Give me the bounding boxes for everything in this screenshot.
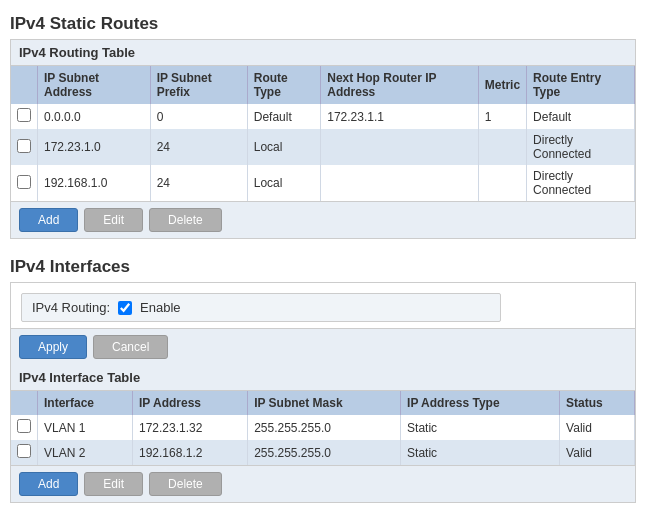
interface-table-row: VLAN 1 172.23.1.32 255.255.255.0 Static … [11,415,635,440]
row-next-hop: 172.23.1.1 [321,104,479,129]
if-col-check [11,391,38,415]
row-ip-subnet-prefix: 24 [150,129,247,165]
ipv4-static-routes-heading: IPv4 Static Routes [10,14,636,34]
row-checkbox-cell [11,165,38,201]
routing-edit-button[interactable]: Edit [84,208,143,232]
col-route-entry-type: Route Entry Type [527,66,635,104]
col-check [11,66,38,104]
interface-table-title: IPv4 Interface Table [11,365,635,391]
if-row-interface: VLAN 1 [38,415,133,440]
if-row-interface: VLAN 2 [38,440,133,465]
routing-table-btn-row: Add Edit Delete [11,201,635,238]
routing-add-button[interactable]: Add [19,208,78,232]
apply-button[interactable]: Apply [19,335,87,359]
row-route-entry-type: Default [527,104,635,129]
interface-edit-button[interactable]: Edit [84,472,143,496]
routing-table-row: 0.0.0.0 0 Default 172.23.1.1 1 Default [11,104,635,129]
apply-cancel-row: Apply Cancel [11,328,635,365]
if-row-ip-address: 172.23.1.32 [133,415,248,440]
col-next-hop: Next Hop Router IP Address [321,66,479,104]
routing-table-title: IPv4 Routing Table [11,40,635,66]
ipv4-interfaces-section: IPv4 Routing: Enable Apply Cancel IPv4 I… [10,282,636,503]
if-row-subnet-mask: 255.255.255.0 [248,440,401,465]
if-row-ip-address: 192.168.1.2 [133,440,248,465]
cancel-button[interactable]: Cancel [93,335,168,359]
if-row-subnet-mask: 255.255.255.0 [248,415,401,440]
ipv4-static-routes-title: IPv4 Static Routes [10,14,636,34]
row-next-hop [321,165,479,201]
row-ip-subnet-prefix: 24 [150,165,247,201]
row-checkbox[interactable] [17,139,31,153]
interface-table-btn-row: Add Edit Delete [11,465,635,502]
if-row-status: Valid [560,440,635,465]
col-ip-subnet-address: IP Subnet Address [38,66,151,104]
col-ip-subnet-prefix: IP Subnet Prefix [150,66,247,104]
if-row-checkbox[interactable] [17,419,31,433]
routing-label: IPv4 Routing: [32,300,110,315]
col-metric: Metric [478,66,526,104]
row-route-entry-type: Directly Connected [527,165,635,201]
row-route-type: Local [247,165,320,201]
interface-table-row: VLAN 2 192.168.1.2 255.255.255.0 Static … [11,440,635,465]
routing-table-row: 172.23.1.0 24 Local Directly Connected [11,129,635,165]
row-ip-subnet-address: 0.0.0.0 [38,104,151,129]
interface-table: Interface IP Address IP Subnet Mask IP A… [11,391,635,465]
routing-delete-button[interactable]: Delete [149,208,222,232]
ipv4-routing-form: IPv4 Routing: Enable [11,283,635,328]
row-checkbox-cell [11,104,38,129]
row-route-type: Local [247,129,320,165]
row-ip-subnet-prefix: 0 [150,104,247,129]
routing-enable-label: Enable [140,300,180,315]
routing-table-section: IPv4 Routing Table IP Subnet Address IP … [10,39,636,239]
row-route-type: Default [247,104,320,129]
row-checkbox[interactable] [17,175,31,189]
if-col-status: Status [560,391,635,415]
row-route-entry-type: Directly Connected [527,129,635,165]
routing-table: IP Subnet Address IP Subnet Prefix Route… [11,66,635,201]
row-checkbox-cell [11,129,38,165]
interface-add-button[interactable]: Add [19,472,78,496]
row-metric [478,165,526,201]
if-col-interface: Interface [38,391,133,415]
ipv4-interfaces-heading: IPv4 Interfaces [10,257,636,277]
row-ip-subnet-address: 172.23.1.0 [38,129,151,165]
interface-delete-button[interactable]: Delete [149,472,222,496]
col-route-type: Route Type [247,66,320,104]
ipv4-interfaces-title: IPv4 Interfaces [10,257,636,277]
if-row-checkbox[interactable] [17,444,31,458]
if-col-address-type: IP Address Type [401,391,560,415]
routing-table-row: 192.168.1.0 24 Local Directly Connected [11,165,635,201]
row-metric: 1 [478,104,526,129]
if-row-address-type: Static [401,415,560,440]
row-next-hop [321,129,479,165]
routing-enable-checkbox[interactable] [118,301,132,315]
if-row-status: Valid [560,415,635,440]
if-row-checkbox-cell [11,440,38,465]
if-col-subnet-mask: IP Subnet Mask [248,391,401,415]
if-row-address-type: Static [401,440,560,465]
if-col-ip-address: IP Address [133,391,248,415]
routing-enable-row: IPv4 Routing: Enable [21,293,501,322]
row-ip-subnet-address: 192.168.1.0 [38,165,151,201]
if-row-checkbox-cell [11,415,38,440]
row-metric [478,129,526,165]
row-checkbox[interactable] [17,108,31,122]
